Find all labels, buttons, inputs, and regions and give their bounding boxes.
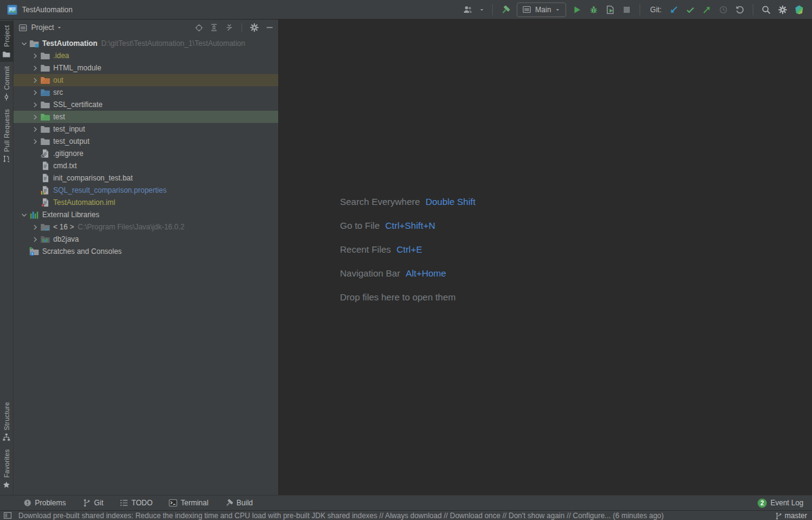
tree-row-src[interactable]: src (13, 86, 278, 98)
tree-row-testautomation[interactable]: TestAutomation D:\gitTest\TestAutomation… (13, 37, 278, 50)
tree-row-cmd-txt[interactable]: cmd.txt (13, 160, 278, 172)
branch-icon (775, 512, 783, 520)
tree-chevron-icon[interactable] (29, 51, 40, 61)
tool-window-switcher-icon[interactable] (4, 511, 12, 519)
run-icon[interactable] (572, 4, 583, 15)
tree-chevron-icon[interactable] (29, 112, 40, 122)
update-project-icon[interactable] (668, 4, 679, 15)
tree-row-16[interactable]: < 16 > C:\Program Files\Java\jdk-16.0.2 (13, 221, 278, 233)
project-panel-title[interactable]: Project (31, 23, 54, 32)
tree-chevron-icon[interactable] (29, 75, 40, 85)
stripe-button-structure[interactable]: Structure (0, 398, 13, 445)
tree-chevron-icon[interactable] (29, 234, 40, 244)
shortcut-hints: Search Everywhere Double Shift Go to Fil… (340, 190, 476, 309)
tree-row-ssl-certificate[interactable]: SSL_certificate (13, 98, 278, 111)
locate-icon[interactable] (194, 23, 204, 32)
tree-row-test-input[interactable]: test_input (13, 123, 278, 135)
tree-item-label: SQL_result_comparison.properties (53, 186, 166, 195)
tree-chevron-icon (29, 185, 40, 195)
collaboration-users-icon[interactable] (462, 4, 473, 15)
tree-row-html-module[interactable]: HTML_module (13, 62, 278, 74)
file-iml-icon (40, 198, 50, 207)
tree-row-scratches-and-consoles[interactable]: Scratches and Consoles (13, 245, 278, 258)
git-branch-widget[interactable]: master (766, 511, 807, 520)
hint-shortcut: Alt+Home (405, 268, 446, 278)
tree-row-init-comparison-test-bat[interactable]: init_comparison_test.bat (13, 172, 278, 184)
tree-row-db2java[interactable]: db2java (13, 233, 278, 245)
stripe-button-favorites[interactable]: Favorites (0, 445, 13, 492)
tree-chevron-icon[interactable] (29, 136, 40, 146)
editor-area[interactable]: Search Everywhere Double Shift Go to Fil… (279, 20, 812, 495)
stop-icon[interactable] (621, 4, 632, 15)
hint-shortcut: Double Shift (426, 196, 476, 207)
tree-chevron-icon[interactable] (18, 39, 29, 48)
panel-settings-icon[interactable] (249, 23, 259, 32)
project-view-caret-icon[interactable] (56, 22, 62, 33)
tree-row-idea[interactable]: .idea (13, 50, 278, 62)
users-dropdown-icon[interactable] (479, 4, 485, 15)
tree-chevron-icon (29, 149, 40, 158)
hint-label: Navigation Bar (340, 268, 400, 278)
event-log-button[interactable]: 2 Event Log (758, 499, 803, 508)
tree-chevron-icon[interactable] (29, 63, 40, 73)
bottom-tool-buttons: Problems Git TODO Terminal Build (23, 499, 253, 507)
main-toolbar: Main Git: (462, 2, 807, 17)
tree-item-path: C:\Program Files\Java\jdk-16.0.2 (78, 223, 185, 231)
rollback-icon[interactable] (734, 4, 745, 15)
tree-chevron-icon[interactable] (29, 100, 40, 110)
code-with-me-icon[interactable] (794, 4, 805, 15)
tree-row-testautomation-iml[interactable]: TestAutomation.iml (13, 196, 278, 209)
folder-icon (40, 63, 50, 73)
bottom-tool-button-git[interactable]: Git (83, 499, 103, 507)
panel-header-actions (194, 23, 275, 32)
tree-chevron-icon[interactable] (18, 210, 29, 220)
tree-item-label: test_input (53, 125, 85, 133)
stripe-button-pull-requests[interactable]: Pull Requests (0, 105, 13, 166)
file-ignored-icon (40, 149, 50, 158)
tree-row-external-libraries[interactable]: External Libraries (13, 209, 278, 221)
bottom-tool-button-problems[interactable]: Problems (23, 499, 66, 507)
tree-chevron-icon[interactable] (29, 222, 40, 232)
status-message[interactable]: Download pre-built shared indexes: Reduc… (18, 511, 664, 520)
run-with-coverage-icon[interactable] (605, 4, 616, 15)
tree-row-test-output[interactable]: test_output (13, 135, 278, 147)
history-icon[interactable] (718, 4, 729, 15)
toolbar-divider (640, 4, 640, 15)
build-hammer-icon[interactable] (500, 4, 511, 15)
tree-item-label: HTML_module (53, 64, 102, 72)
tree-row-gitignore[interactable]: .gitignore (13, 147, 278, 160)
stripe-button-commit[interactable]: Commit (0, 62, 13, 105)
bottom-tool-button-todo[interactable]: TODO (120, 499, 152, 507)
stripe-button-project[interactable]: Project (0, 21, 13, 62)
event-log-label: Event Log (770, 499, 803, 507)
bottom-tool-button-terminal[interactable]: Terminal (169, 499, 208, 507)
hint-recent-files: Recent Files Ctrl+E (340, 237, 476, 261)
debug-icon[interactable] (588, 4, 599, 15)
search-everywhere-icon[interactable] (761, 4, 772, 15)
tree-row-sql-result-comparison-properties[interactable]: SQL_result_comparison.properties (13, 184, 278, 196)
bottom-tool-button-build[interactable]: Build (225, 499, 253, 507)
bottom-tool-bar: Problems Git TODO Terminal Build 2 Event… (0, 495, 812, 510)
project-window-icon (18, 23, 28, 32)
tree-item-label: External Libraries (42, 210, 99, 219)
expand-all-icon[interactable] (209, 23, 219, 32)
tree-row-out[interactable]: out (13, 74, 278, 86)
collapse-all-icon[interactable] (224, 23, 234, 32)
run-configurations-combo[interactable]: Main (517, 2, 566, 17)
folder-icon (40, 100, 50, 110)
stripe-top-group: Project Commit Pull Requests (0, 21, 13, 166)
hide-panel-icon[interactable] (265, 23, 275, 32)
tree-row-test[interactable]: test (13, 111, 278, 123)
app-icon (7, 5, 17, 15)
commit-tool-icon (2, 93, 10, 101)
settings-gear-icon[interactable] (777, 4, 788, 15)
folder-source-icon (40, 87, 50, 97)
commit-icon[interactable] (685, 4, 696, 15)
folder-icon (40, 51, 50, 61)
git-branch-icon (83, 499, 91, 507)
tree-chevron-icon[interactable] (29, 124, 40, 134)
tree-chevron-icon (29, 161, 40, 171)
push-icon[interactable] (701, 4, 712, 15)
tree-chevron-icon[interactable] (29, 87, 40, 97)
hint-go-to-file: Go to File Ctrl+Shift+N (340, 214, 476, 237)
